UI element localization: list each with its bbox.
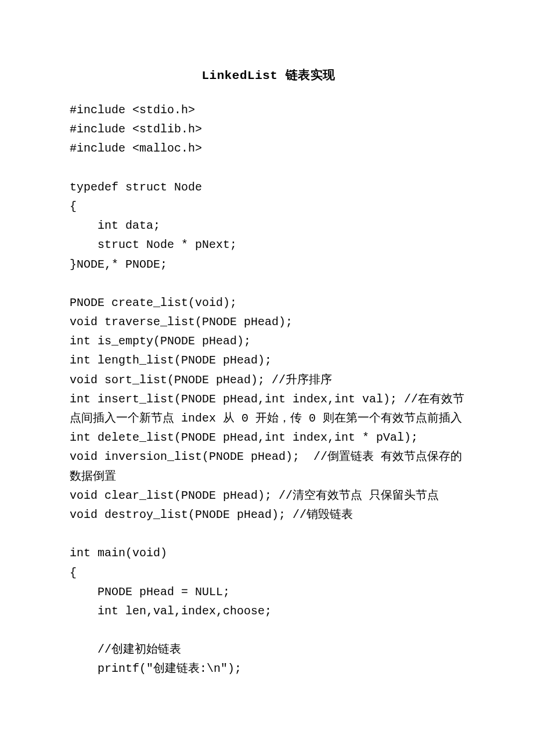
document-title: LinkedList 链表实现 xyxy=(70,67,467,83)
document-page: LinkedList 链表实现 #include <stdio.h> #incl… xyxy=(0,0,534,756)
code-block: #include <stdio.h> #include <stdlib.h> #… xyxy=(70,100,467,679)
